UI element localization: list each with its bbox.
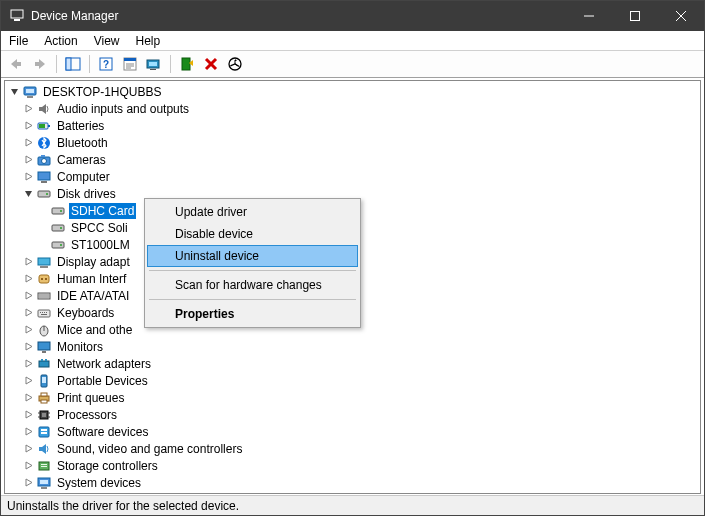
tree-label: Network adapters xyxy=(55,356,153,372)
tree-item-network[interactable]: Network adapters xyxy=(7,355,700,372)
scan-hardware-button[interactable] xyxy=(176,53,198,75)
disk-icon xyxy=(36,186,52,202)
svg-rect-82 xyxy=(41,464,47,465)
chevron-right-icon[interactable] xyxy=(21,323,35,337)
update-driver-button[interactable] xyxy=(143,53,165,75)
menu-help[interactable]: Help xyxy=(128,33,169,49)
svg-rect-55 xyxy=(40,312,41,313)
portable-device-icon xyxy=(36,373,52,389)
svg-point-50 xyxy=(45,278,47,280)
chevron-right-icon[interactable] xyxy=(21,459,35,473)
chevron-right-icon[interactable] xyxy=(21,289,35,303)
chevron-right-icon[interactable] xyxy=(21,306,35,320)
bluetooth-icon xyxy=(36,135,52,151)
chevron-right-icon[interactable] xyxy=(21,476,35,490)
chevron-right-icon[interactable] xyxy=(21,357,35,371)
tree-label: Audio inputs and outputs xyxy=(55,101,191,117)
svg-rect-59 xyxy=(41,314,47,315)
svg-rect-83 xyxy=(41,466,47,467)
back-button[interactable] xyxy=(5,53,27,75)
chevron-right-icon[interactable] xyxy=(21,255,35,269)
svg-rect-73 xyxy=(42,413,46,417)
ctx-properties[interactable]: Properties xyxy=(147,303,358,325)
tree-item-audio[interactable]: Audio inputs and outputs xyxy=(7,100,700,117)
ctx-separator xyxy=(149,299,356,300)
menu-view[interactable]: View xyxy=(86,33,128,49)
ide-icon xyxy=(36,288,52,304)
forward-button[interactable] xyxy=(29,53,51,75)
tree-label: Cameras xyxy=(55,152,108,168)
properties-button[interactable] xyxy=(119,53,141,75)
menu-file[interactable]: File xyxy=(7,33,36,49)
chevron-right-icon[interactable] xyxy=(21,170,35,184)
tree-item-software[interactable]: Software devices xyxy=(7,423,700,440)
svg-rect-28 xyxy=(27,96,33,98)
chevron-right-icon[interactable] xyxy=(21,493,35,494)
chevron-right-icon[interactable] xyxy=(21,340,35,354)
ctx-uninstall-device[interactable]: Uninstall device xyxy=(147,245,358,267)
tree-item-portable[interactable]: Portable Devices xyxy=(7,372,700,389)
chevron-right-icon[interactable] xyxy=(21,136,35,150)
statusbar: Uninstalls the driver for the selected d… xyxy=(1,495,704,515)
toolbar-separator xyxy=(56,55,57,73)
svg-rect-65 xyxy=(41,359,43,361)
menu-action[interactable]: Action xyxy=(36,33,85,49)
chevron-right-icon[interactable] xyxy=(21,153,35,167)
chevron-down-icon[interactable] xyxy=(21,187,35,201)
tree-item-cameras[interactable]: Cameras xyxy=(7,151,700,168)
disk-icon xyxy=(50,220,66,236)
tree-item-usb[interactable]: Universal Serial Bus controllers xyxy=(7,491,700,493)
computer-icon xyxy=(36,169,52,185)
tree-label: System devices xyxy=(55,475,143,491)
tree-item-system[interactable]: System devices xyxy=(7,474,700,491)
toolbar-separator xyxy=(89,55,90,73)
svg-rect-36 xyxy=(38,172,50,180)
minimize-button[interactable] xyxy=(566,1,612,31)
titlebar: Device Manager xyxy=(1,1,704,31)
maximize-button[interactable] xyxy=(612,1,658,31)
chevron-right-icon[interactable] xyxy=(21,408,35,422)
tree-label: Portable Devices xyxy=(55,373,150,389)
chevron-down-icon[interactable] xyxy=(7,85,21,99)
chevron-right-icon[interactable] xyxy=(21,442,35,456)
ctx-scan-hardware[interactable]: Scan for hardware changes xyxy=(147,274,358,296)
camera-icon xyxy=(36,152,52,168)
disable-button[interactable] xyxy=(224,53,246,75)
chevron-right-icon[interactable] xyxy=(21,272,35,286)
tree-item-sound[interactable]: Sound, video and game controllers xyxy=(7,440,700,457)
show-hide-tree-button[interactable] xyxy=(62,53,84,75)
chevron-right-icon[interactable] xyxy=(21,425,35,439)
chevron-right-icon[interactable] xyxy=(21,391,35,405)
tree-label: Processors xyxy=(55,407,119,423)
tree-item-monitors[interactable]: Monitors xyxy=(7,338,700,355)
tree-item-batteries[interactable]: Batteries xyxy=(7,117,700,134)
chevron-right-icon[interactable] xyxy=(21,119,35,133)
tree-item-bluetooth[interactable]: Bluetooth xyxy=(7,134,700,151)
svg-rect-18 xyxy=(149,62,157,66)
chevron-right-icon[interactable] xyxy=(21,102,35,116)
tree-label: Monitors xyxy=(55,339,105,355)
tree-item-processors[interactable]: Processors xyxy=(7,406,700,423)
svg-rect-51 xyxy=(38,293,50,299)
svg-point-34 xyxy=(42,158,47,163)
svg-rect-46 xyxy=(38,258,50,265)
tree-label: Universal Serial Bus controllers xyxy=(55,492,226,494)
ctx-update-driver[interactable]: Update driver xyxy=(147,201,358,223)
tree-item-storage[interactable]: Storage controllers xyxy=(7,457,700,474)
chevron-right-icon[interactable] xyxy=(21,374,35,388)
tree-label: Storage controllers xyxy=(55,458,160,474)
svg-rect-7 xyxy=(35,62,39,66)
tree-item-printqueues[interactable]: Print queues xyxy=(7,389,700,406)
svg-marker-25 xyxy=(235,59,237,61)
tree-item-computer[interactable]: Computer xyxy=(7,168,700,185)
keyboard-icon xyxy=(36,305,52,321)
tree-label: Mice and othe xyxy=(55,322,134,338)
context-menu: Update driver Disable device Uninstall d… xyxy=(144,198,361,328)
uninstall-button[interactable] xyxy=(200,53,222,75)
close-button[interactable] xyxy=(658,1,704,31)
svg-rect-9 xyxy=(66,58,71,70)
tree-root[interactable]: DESKTOP-1HQUBBS xyxy=(7,83,700,100)
svg-rect-40 xyxy=(52,208,64,214)
ctx-disable-device[interactable]: Disable device xyxy=(147,223,358,245)
help-button[interactable]: ? xyxy=(95,53,117,75)
